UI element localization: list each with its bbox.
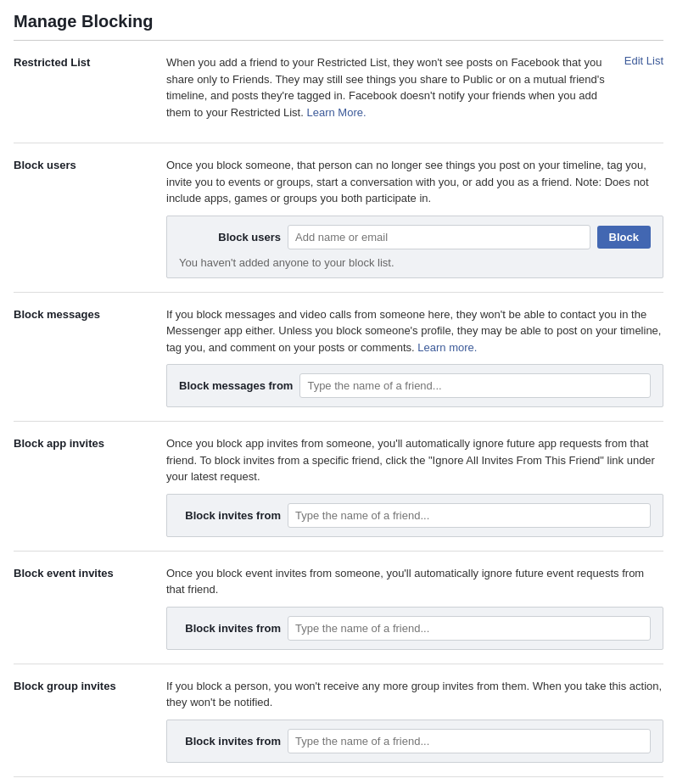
block-users-empty-text: You haven't added anyone to your block l… (179, 256, 651, 269)
section-content-block-group-invites: If you block a person, you won't receive… (149, 678, 663, 763)
section-label-block-app-invites: Block app invites (14, 435, 149, 537)
block-event-invites-input[interactable] (288, 616, 651, 641)
block-users-input[interactable] (288, 225, 590, 249)
section-content-restricted-list: When you add a friend to your Restricted… (149, 54, 663, 129)
block-app-invites-input-row: Block invites from (179, 503, 651, 528)
restricted-list-description: When you add a friend to your Restricted… (166, 54, 607, 120)
section-content-block-messages: If you block messages and video calls fr… (149, 306, 663, 408)
block-group-invites-input-label: Block invites from (179, 735, 281, 748)
block-messages-input[interactable] (299, 373, 651, 398)
section-block-messages: Block messages If you block messages and… (14, 293, 663, 423)
block-users-description: Once you block someone, that person can … (166, 157, 663, 207)
section-block-groups: Block groups If you block a group, you w… (14, 777, 663, 785)
restricted-list-learn-more[interactable]: Learn More. (306, 106, 366, 119)
block-messages-input-box: Block messages from (166, 364, 663, 407)
section-label-block-event-invites: Block event invites (14, 565, 149, 650)
block-app-invites-input[interactable] (288, 503, 651, 528)
block-group-invites-input[interactable] (288, 729, 651, 753)
block-app-invites-input-label: Block invites from (179, 509, 281, 522)
block-event-invites-input-row: Block invites from (179, 616, 651, 641)
section-label-block-messages: Block messages (14, 306, 149, 408)
section-content-block-users: Once you block someone, that person can … (149, 157, 663, 278)
block-event-invites-input-box: Block invites from (166, 607, 663, 650)
section-restricted-list: Restricted List When you add a friend to… (14, 41, 663, 143)
page-title: Manage Blocking (14, 12, 663, 41)
block-event-invites-input-label: Block invites from (179, 622, 281, 635)
section-block-event-invites: Block event invites Once you block event… (14, 552, 663, 664)
block-users-input-row: Block users Block (179, 225, 651, 249)
block-messages-input-label: Block messages from (179, 379, 293, 392)
block-messages-learn-more[interactable]: Learn more. (417, 341, 477, 354)
section-block-users: Block users Once you block someone, that… (14, 143, 663, 293)
description-with-edit: When you add a friend to your Restricted… (166, 54, 663, 129)
block-messages-description: If you block messages and video calls fr… (166, 306, 663, 356)
block-app-invites-input-box: Block invites from (166, 494, 663, 537)
page-container: Manage Blocking Restricted List When you… (0, 0, 677, 784)
section-content-block-event-invites: Once you block event invites from someon… (149, 565, 663, 650)
section-label-restricted-list: Restricted List (14, 54, 149, 129)
block-group-invites-description: If you block a person, you won't receive… (166, 678, 663, 711)
block-group-invites-input-row: Block invites from (179, 729, 651, 753)
section-block-app-invites: Block app invites Once you block app inv… (14, 422, 663, 552)
block-app-invites-description: Once you block app invites from someone,… (166, 435, 663, 485)
section-label-block-group-invites: Block group invites (14, 678, 149, 763)
edit-list-link[interactable]: Edit List (624, 54, 663, 67)
block-messages-input-row: Block messages from (179, 373, 651, 398)
block-group-invites-input-box: Block invites from (166, 720, 663, 763)
block-users-input-box: Block users Block You haven't added anyo… (166, 216, 663, 278)
block-users-input-label: Block users (179, 231, 281, 244)
block-event-invites-description: Once you block event invites from someon… (166, 565, 663, 598)
block-users-button[interactable]: Block (597, 226, 651, 249)
section-block-group-invites: Block group invites If you block a perso… (14, 664, 663, 777)
section-label-block-users: Block users (14, 157, 149, 278)
section-content-block-app-invites: Once you block app invites from someone,… (149, 435, 663, 537)
